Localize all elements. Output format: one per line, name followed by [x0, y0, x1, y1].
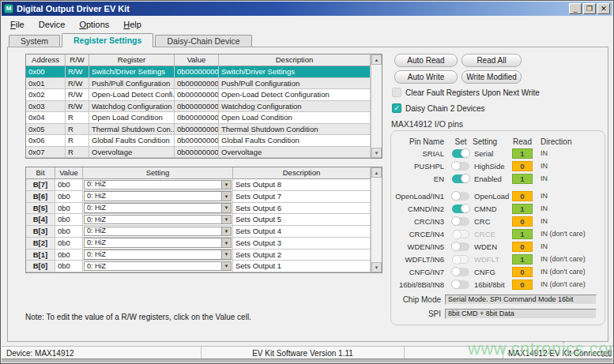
register-value-cell[interactable]: 0b00000000 [175, 66, 219, 78]
pin-toggle[interactable] [452, 192, 469, 201]
bit-description-cell[interactable]: Sets Output 6 [233, 203, 371, 215]
register-value-cell[interactable]: 0b00000000 [175, 112, 219, 124]
bit-setting-cell[interactable]: 0: HiZ ▼ [83, 203, 233, 215]
scroll-down-icon[interactable]: ▼ [371, 148, 382, 158]
tab-daisy-chain-device[interactable]: Daisy-Chain Device [155, 35, 251, 47]
chevron-down-icon[interactable]: ▼ [221, 216, 231, 224]
register-description-cell[interactable]: Global Faults Condition [219, 135, 371, 147]
register-value-cell[interactable]: 0b00000000 [175, 89, 219, 101]
register-description-cell[interactable]: Push/Pull Configuration [219, 78, 371, 90]
bit-name-cell[interactable]: B[2] [26, 238, 55, 250]
bit-setting-cell[interactable]: 0: HiZ ▼ [83, 261, 233, 272]
register-table-row[interactable]: 0x03 R/W Watchdog Configuration 0b000000… [26, 101, 371, 113]
chevron-down-icon[interactable]: ▼ [221, 262, 231, 271]
menu-item-device[interactable]: Device [32, 18, 73, 31]
bit-setting-dropdown[interactable]: 0: HiZ ▼ [84, 191, 232, 201]
bit-description-cell[interactable]: Sets Output 3 [233, 238, 371, 250]
register-description-cell[interactable]: Thermal Shutdown Condition [219, 124, 371, 136]
bit-setting-dropdown[interactable]: 0: HiZ ▼ [84, 215, 232, 225]
register-name-cell[interactable]: Global Faults Condition [89, 135, 175, 147]
pin-toggle[interactable] [452, 268, 469, 276]
clear-fault-registers-checkbox-row[interactable]: Clear Fault Registers Upon Next Write [392, 88, 540, 97]
read-all-button[interactable]: Read All [461, 54, 522, 67]
bit-setting-cell[interactable]: 0: HiZ ▼ [83, 226, 233, 238]
register-name-cell[interactable]: Open-Load Detect Confi... [89, 89, 175, 101]
register-address-cell[interactable]: 0x03 [26, 101, 66, 113]
tab-register-settings[interactable]: Register Settings [62, 33, 153, 47]
tab-system[interactable]: System [9, 35, 60, 47]
menu-item-help[interactable]: Help [116, 18, 149, 31]
scroll-up-icon[interactable]: ▲ [371, 167, 382, 178]
register-address-cell[interactable]: 0x02 [26, 89, 66, 101]
bit-setting-cell[interactable]: 0: HiZ ▼ [83, 214, 233, 226]
register-rw-cell[interactable]: R/W [66, 89, 89, 101]
register-name-cell[interactable]: Switch/Driver Settings [89, 66, 175, 78]
register-name-cell[interactable]: Open Load Condition [89, 112, 175, 124]
register-value-cell[interactable]: 0b00000000 [175, 135, 219, 147]
menu-item-options[interactable]: Options [72, 18, 116, 31]
register-rw-cell[interactable]: R [66, 112, 89, 124]
register-table-row[interactable]: 0x04 R Open Load Condition 0b00000000 Op… [26, 112, 371, 124]
bit-value-cell[interactable]: 0b0 [55, 226, 83, 238]
bit-name-cell[interactable]: B[4] [26, 214, 55, 226]
register-value-cell[interactable]: 0b00000000 [175, 124, 219, 136]
register-description-cell[interactable]: Watchdog Configuration [219, 101, 371, 113]
scroll-down-icon[interactable]: ▼ [371, 262, 382, 272]
register-address-cell[interactable]: 0x01 [26, 78, 66, 90]
register-description-cell[interactable]: Overvoltage [219, 147, 371, 159]
bit-setting-dropdown[interactable]: 0: HiZ ▼ [84, 261, 232, 272]
register-address-cell[interactable]: 0x06 [26, 135, 66, 147]
menu-item-file[interactable]: File [3, 18, 32, 31]
pin-toggle[interactable] [452, 149, 469, 158]
bit-name-cell[interactable]: B[6] [26, 191, 55, 203]
clear-fault-registers-checkbox[interactable] [392, 88, 401, 97]
chevron-down-icon[interactable]: ▼ [221, 192, 231, 201]
bit-name-cell[interactable]: B[0] [26, 261, 55, 272]
bit-name-cell[interactable]: B[3] [26, 226, 55, 238]
chevron-down-icon[interactable]: ▼ [221, 250, 231, 259]
chevron-down-icon[interactable]: ▼ [221, 204, 231, 212]
bit-table-row[interactable]: B[0] 0b0 0: HiZ ▼ Sets Output 1 [26, 261, 371, 272]
bit-value-cell[interactable]: 0b0 [55, 214, 83, 226]
bit-name-cell[interactable]: B[7] [26, 179, 55, 191]
bit-table-row[interactable]: B[4] 0b0 0: HiZ ▼ Sets Output 5 [26, 214, 371, 226]
bit-description-cell[interactable]: Sets Output 2 [233, 250, 371, 261]
write-modified-button[interactable]: Write Modified [461, 70, 522, 84]
register-address-cell[interactable]: 0x04 [26, 112, 66, 124]
bit-name-cell[interactable]: B[1] [26, 250, 55, 261]
bit-setting-dropdown[interactable]: 0: HiZ ▼ [84, 227, 232, 237]
bit-setting-dropdown[interactable]: 0: HiZ ▼ [84, 180, 232, 190]
bit-setting-dropdown[interactable]: 0: HiZ ▼ [84, 203, 232, 213]
bit-setting-dropdown[interactable]: 0: HiZ ▼ [84, 250, 232, 260]
bit-value-cell[interactable]: 0b0 [55, 203, 83, 215]
scroll-up-icon[interactable]: ▲ [371, 54, 382, 65]
register-name-cell[interactable]: Push/Pull Configuration [89, 78, 175, 90]
bit-description-cell[interactable]: Sets Output 5 [233, 214, 371, 226]
register-table-row[interactable]: 0x00 R/W Switch/Driver Settings 0b000000… [26, 66, 371, 78]
chevron-down-icon[interactable]: ▼ [221, 227, 231, 236]
bit-setting-cell[interactable]: 0: HiZ ▼ [83, 179, 233, 191]
pin-toggle[interactable] [452, 205, 469, 213]
bit-setting-cell[interactable]: 0: HiZ ▼ [83, 191, 233, 203]
register-value-cell[interactable]: 0b00000000 [175, 101, 219, 113]
daisy-chain-checkbox[interactable]: ✓ [392, 103, 401, 113]
chevron-down-icon[interactable]: ▼ [221, 238, 231, 247]
register-address-cell[interactable]: 0x07 [26, 147, 66, 159]
bit-table-row[interactable]: B[1] 0b0 0: HiZ ▼ Sets Output 2 [26, 250, 371, 261]
register-table-row[interactable]: 0x06 R Global Faults Condition 0b0000000… [26, 135, 371, 147]
bit-table-scrollbar[interactable]: ▲ ▼ [371, 167, 382, 272]
bit-table-row[interactable]: B[7] 0b0 0: HiZ ▼ Sets Output 8 [26, 179, 371, 191]
pin-toggle[interactable] [452, 280, 469, 289]
bit-table-row[interactable]: B[6] 0b0 0: HiZ ▼ Sets Output 7 [26, 191, 371, 203]
register-rw-cell[interactable]: R [66, 135, 89, 147]
register-description-cell[interactable]: Open Load Condition [219, 112, 371, 124]
register-table-row[interactable]: 0x05 R Thermal Shutdown Con... 0b0000000… [26, 124, 371, 136]
register-value-cell[interactable]: 0b00000000 [175, 78, 219, 90]
register-table-row[interactable]: 0x01 R/W Push/Pull Configuration 0b00000… [26, 78, 371, 90]
bit-description-cell[interactable]: Sets Output 1 [233, 261, 371, 272]
bit-table-row[interactable]: B[3] 0b0 0: HiZ ▼ Sets Output 4 [26, 226, 371, 238]
register-table-row[interactable]: 0x02 R/W Open-Load Detect Confi... 0b000… [26, 89, 371, 101]
maximize-button[interactable]: ❐ [583, 3, 596, 14]
bit-value-cell[interactable]: 0b0 [55, 238, 83, 250]
register-name-cell[interactable]: Thermal Shutdown Con... [89, 124, 175, 136]
